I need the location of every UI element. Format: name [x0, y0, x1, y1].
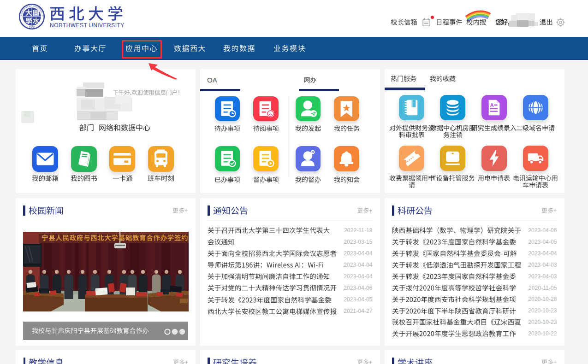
svg-text:1902: 1902	[29, 26, 35, 29]
svg-text:A: A	[490, 102, 494, 108]
